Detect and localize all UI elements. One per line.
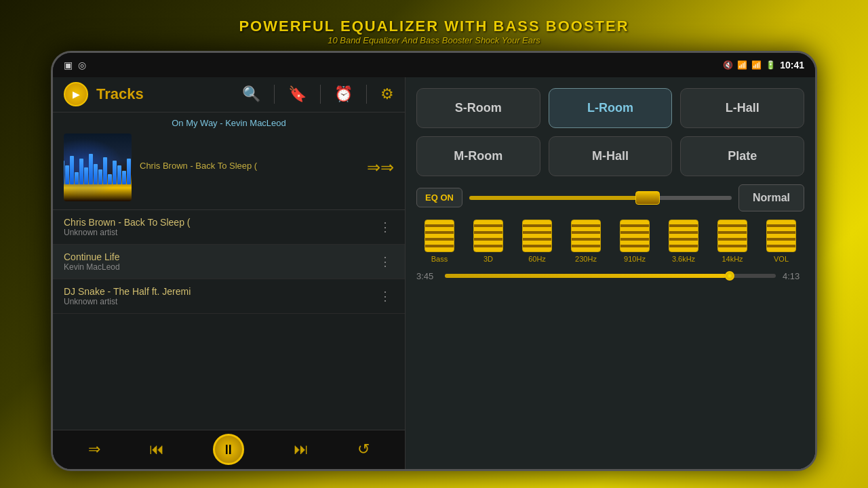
battery-icon: 🔋 — [766, 60, 776, 70]
eq-band-label: 910Hz — [624, 255, 646, 263]
tracks-label: Tracks — [96, 85, 144, 103]
header-icons: 🔍 🔖 ⏰ ⚙ — [242, 85, 394, 104]
next-button[interactable]: ⏭ — [294, 441, 309, 458]
eq-band-label: VOL — [774, 255, 789, 263]
status-right: 🔇 📶 📶 🔋 10:41 — [723, 60, 804, 70]
track-artist: Unknown artist — [64, 228, 376, 237]
track-menu-icon[interactable]: ⋮ — [376, 251, 394, 272]
eq-on-button[interactable]: EQ ON — [416, 188, 462, 207]
settings-icon[interactable]: ⚙ — [380, 85, 394, 103]
eq-band-label: 60Hz — [528, 255, 546, 263]
track-info: Chris Brown - Back To Sleep ( Unknown ar… — [64, 217, 376, 237]
eq-band-slider[interactable] — [620, 220, 650, 252]
header-bar: ▶ Tracks 🔍 🔖 ⏰ ⚙ — [53, 77, 405, 113]
status-icon-2: ◎ — [78, 60, 86, 70]
forward-button[interactable]: ⇒⇒ — [367, 158, 394, 177]
eq-band-label: Bass — [431, 255, 448, 263]
reverb-button[interactable]: Plate — [680, 136, 804, 176]
progress-thumb — [725, 271, 734, 281]
eq-band: 910Hz — [612, 220, 658, 263]
vis-bar — [65, 165, 69, 184]
vis-bar — [75, 172, 79, 184]
eq-band-label: 3D — [484, 255, 493, 263]
track-artist: Unknown artist — [64, 297, 376, 306]
track-info: Continue Life Kevin MacLeod — [64, 251, 376, 272]
alarm-icon[interactable]: ⏰ — [334, 85, 353, 103]
loop-icon: ↺ — [357, 441, 370, 458]
track-name: DJ Snake - The Half ft. Jeremi — [64, 286, 376, 297]
signal-icon: 📶 — [751, 60, 762, 70]
reverb-button[interactable]: M-Hall — [549, 136, 673, 176]
eq-band: 3.6kHz — [660, 220, 707, 263]
eq-band-label: 230Hz — [575, 255, 597, 263]
device-frame: ▣ ◎ 🔇 📶 📶 🔋 10:41 ▶ Tracks 🔍 🔖 ⏰ — [51, 51, 817, 471]
eq-band-slider[interactable] — [425, 220, 454, 252]
album-art — [64, 134, 132, 201]
track-item[interactable]: Chris Brown - Back To Sleep ( Unknown ar… — [53, 210, 405, 245]
wifi-icon: 📶 — [737, 60, 747, 70]
status-icon-1: ▣ — [64, 60, 73, 70]
now-playing-content: Chris Brown - Back To Sleep ( ⇒⇒ — [64, 134, 394, 201]
vis-bar — [132, 167, 132, 184]
track-name: Chris Brown - Back To Sleep ( — [64, 217, 376, 228]
vis-bar — [89, 154, 93, 184]
progress-fill — [445, 274, 726, 278]
shuffle-icon: ⇒ — [88, 441, 100, 458]
prev-button[interactable]: ⏮ — [149, 441, 164, 458]
now-playing-info: Chris Brown - Back To Sleep ( — [140, 161, 353, 174]
reverb-button[interactable]: L-Room — [549, 88, 673, 128]
eq-band-slider[interactable] — [717, 220, 747, 252]
eq-band: VOL — [758, 220, 804, 263]
header-divider-1 — [274, 85, 275, 104]
reverb-button[interactable]: S-Room — [416, 88, 540, 128]
track-menu-icon[interactable]: ⋮ — [376, 217, 394, 237]
eq-slider-thumb — [635, 191, 660, 205]
eq-band-label: 14kHz — [722, 255, 743, 263]
eq-bands: Bass 3D 60Hz 230Hz 910Hz 3.6kHz 14kHz VO… — [416, 220, 804, 263]
track-menu-icon[interactable]: ⋮ — [376, 286, 394, 306]
eq-band-slider[interactable] — [473, 220, 503, 252]
shuffle-button[interactable]: ⇒ — [88, 441, 100, 458]
track-artist: Kevin MacLeod — [64, 262, 376, 272]
app-title: POWERFUL EQUALIZER WITH BASS BOOSTER — [239, 18, 629, 35]
eq-band: 60Hz — [514, 220, 560, 263]
eq-band-slider[interactable] — [522, 220, 552, 252]
track-item[interactable]: Continue Life Kevin MacLeod ⋮ — [53, 245, 405, 279]
status-bar: ▣ ◎ 🔇 📶 📶 🔋 10:41 — [53, 53, 815, 77]
play-header-button[interactable]: ▶ — [64, 82, 88, 106]
progress-track[interactable] — [445, 274, 776, 278]
vis-bar — [98, 169, 102, 184]
eq-master-slider[interactable] — [469, 190, 732, 206]
vis-bar — [79, 159, 83, 184]
search-icon[interactable]: 🔍 — [242, 85, 260, 103]
header-divider-2 — [320, 85, 321, 104]
vis-bar — [64, 161, 64, 184]
track-name: Continue Life — [64, 251, 376, 262]
left-panel: ▶ Tracks 🔍 🔖 ⏰ ⚙ On My Way - Kevin MacLe… — [53, 77, 406, 469]
pause-icon: ⏸ — [222, 442, 235, 458]
eq-band-slider[interactable] — [766, 220, 796, 252]
progress-row: 3:45 4:13 — [416, 271, 804, 281]
track-item[interactable]: DJ Snake - The Half ft. Jeremi Unknown a… — [53, 279, 405, 314]
eq-band: 230Hz — [563, 220, 609, 263]
normal-button[interactable]: Normal — [738, 184, 804, 211]
loop-button[interactable]: ↺ — [357, 441, 370, 458]
bookmark-icon[interactable]: 🔖 — [288, 85, 307, 103]
pause-button[interactable]: ⏸ — [213, 434, 244, 465]
header-divider-3 — [366, 85, 367, 104]
now-playing-section: On My Way - Kevin MacLeod Chris Brown - … — [53, 113, 405, 210]
vis-bar — [103, 157, 107, 184]
vis-bar — [113, 161, 117, 184]
track-info: DJ Snake - The Half ft. Jeremi Unknown a… — [64, 286, 376, 306]
controls-bar: ⇒ ⏮ ⏸ ⏭ ↺ — [53, 430, 405, 469]
eq-band: Bass — [416, 220, 462, 263]
current-time: 3:45 — [416, 271, 438, 281]
reverb-button[interactable]: M-Room — [416, 136, 540, 176]
vis-bar — [108, 174, 112, 184]
eq-band-slider[interactable] — [669, 220, 698, 252]
next-icon: ⏭ — [294, 441, 309, 458]
reverb-button[interactable]: L-Hall — [680, 88, 804, 128]
eq-band-slider[interactable] — [571, 220, 601, 252]
vis-bar — [117, 165, 121, 184]
mute-icon: 🔇 — [723, 60, 733, 70]
